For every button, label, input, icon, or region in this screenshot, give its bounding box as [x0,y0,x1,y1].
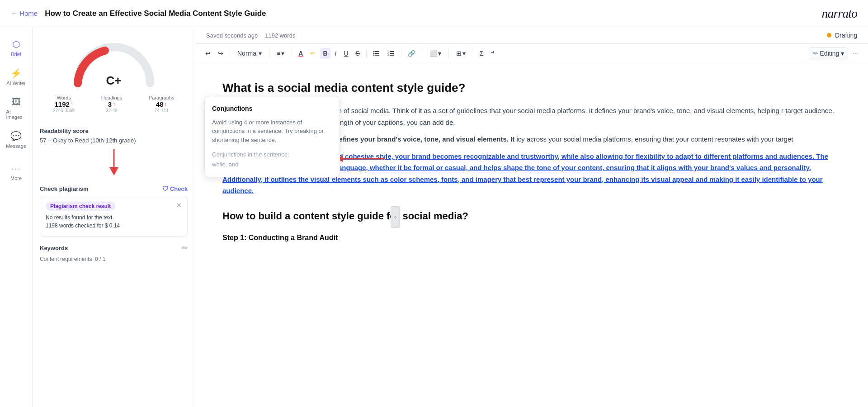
numbered-list-icon: 1.2.3. [387,50,395,57]
drafting-label: Drafting [835,32,857,39]
words-range: 2246-3369 [53,108,75,113]
topbar-left: Saved seconds ago 1192 words [206,32,295,39]
sidebar-item-message[interactable]: 💬 Message [3,126,30,153]
text-color-button[interactable]: A [296,48,306,59]
svg-rect-5 [375,53,379,54]
ai-images-label: AI Images [6,109,26,120]
editing-mode-button[interactable]: ✏ Editing ▾ [809,47,849,59]
keywords-edit-button[interactable]: ✏ [182,244,188,252]
paragraphs-arrow: ↑ [165,101,167,108]
editor-toolbar: ↩ ↪ Normal ▾ ≡ ▾ A ✏ B I U S 1.2 [195,44,868,63]
down-arrow-indicator [105,149,123,176]
toolbar-divider-2 [269,49,269,58]
headings-value: 3 ↑ [101,100,122,108]
paragraphs-label: Paragraphs [149,95,175,100]
italic-button[interactable]: I [332,48,340,59]
plagiarism-words-checked: 1198 words checked for $ 0.14 [46,222,182,229]
content-h3: Step 1: Conducting a Brand Audit [222,232,841,244]
undo-button[interactable]: ↩ [203,48,213,59]
image-icon: ⬜ [429,50,437,57]
conjunction-tooltip: Conjunctions Avoid using 4 or more insta… [204,96,340,177]
table-chevron-icon: ▾ [462,50,466,57]
svg-point-4 [373,53,374,54]
sidebar-item-more[interactable]: ··· More [3,155,30,185]
word-count: 1192 words [265,32,295,39]
collapse-sidebar-button[interactable]: ‹ [391,206,400,228]
header-left: ← Home How to Create an Effective Social… [11,9,266,18]
keywords-section: Keywords ✏ Content requirements 0 / 1 [40,244,188,262]
toolbar-divider-8 [473,49,473,58]
quote-button[interactable]: ❝ [488,48,497,59]
sidebar-item-brief[interactable]: ⬡ Brief [3,34,30,62]
words-stat: Words 1192 ↑ 2246-3369 [53,95,75,113]
svg-text:3.: 3. [387,53,389,56]
svg-rect-9 [390,51,394,52]
message-label: Message [6,143,26,149]
keywords-label: Keywords [40,245,68,251]
top-header: ← Home How to Create an Effective Social… [0,0,868,27]
plagiarism-label: Check plagiarism [40,185,89,192]
strikethrough-button[interactable]: S [353,48,363,59]
bold-button[interactable]: B [320,48,330,59]
editor-content[interactable]: Conjunctions Avoid using 4 or more insta… [195,63,868,407]
toolbar-divider-1 [230,49,230,58]
toolbar-divider-3 [292,49,292,58]
editor-topbar: Saved seconds ago 1192 words Drafting [195,27,868,44]
align-dropdown[interactable]: ≡ ▾ [273,48,288,59]
more-icon: ··· [11,163,21,174]
plagiarism-result-box: Plagiarism check result ✕ No results fou… [40,196,188,237]
sidebar-item-ai-images[interactable]: 🖼 AI Images [3,92,30,124]
plagiarism-check-button[interactable]: 🛡 Check [162,185,188,192]
plagiarism-close-button[interactable]: ✕ [176,202,182,209]
formula-button[interactable]: Σ [477,48,486,59]
sidebar-item-ai-writer[interactable]: ⚡ AI Writer [3,63,30,90]
message-icon: 💬 [10,131,22,142]
image-chevron-icon: ▾ [438,50,441,57]
more-options-button[interactable]: ··· [850,48,861,59]
link-button[interactable]: 🔗 [405,48,418,59]
readability-score-text: 57 – Okay to Read (10th-12th grade) [40,137,188,144]
plagiarism-section: Check plagiarism 🛡 Check [40,185,188,192]
pencil-icon: ✏ [813,50,818,57]
back-home-link[interactable]: ← Home [11,9,38,17]
bullet-list-button[interactable] [370,48,383,59]
text-style-label: Normal [237,50,258,57]
stats-row: Words 1192 ↑ 2246-3369 Headings 3 ↑ 32-4… [40,95,188,113]
ai-images-icon: 🖼 [12,97,21,107]
plagiarism-badge: Plagiarism check result [46,202,115,211]
table-dropdown[interactable]: ⊞ ▾ [453,48,469,59]
tooltip-body: Avoid using 4 or more instances of conju… [212,118,332,145]
words-arrow: ↑ [71,101,73,108]
headings-arrow: ↑ [113,101,115,108]
brief-icon: ⬡ [12,39,20,50]
headings-range: 32-49 [101,108,122,113]
plagiarism-result-header: Plagiarism check result ✕ [46,202,182,214]
words-label: Words [53,95,75,100]
bullet-list-icon [373,50,380,57]
words-value: 1192 ↑ [53,100,75,108]
image-dropdown[interactable]: ⬜ ▾ [426,48,445,59]
editing-chevron-icon: ▾ [841,50,844,57]
svg-point-2 [373,51,374,52]
paragraphs-value: 48 ↑ [149,100,175,108]
logo: narrato [821,6,857,21]
numbered-list-button[interactable]: 1.2.3. [385,48,397,59]
ai-writer-icon: ⚡ [10,68,22,79]
toolbar-divider-7 [448,49,449,58]
redo-button[interactable]: ↪ [215,48,226,59]
svg-rect-3 [375,51,379,52]
table-icon: ⊞ [456,50,462,57]
red-arrow [335,152,390,169]
text-style-dropdown[interactable]: Normal ▾ [234,48,265,59]
align-chevron-icon: ▾ [281,50,284,57]
highlight-button[interactable]: ✏ [307,48,318,59]
topbar-right: Drafting [827,32,857,39]
chevron-down-icon: ▾ [259,50,262,57]
toolbar-divider-6 [422,49,422,58]
tooltip-title: Conjunctions [212,104,332,114]
score-area: C+ Words 1192 ↑ 2246-3369 Headings 3 ↑ [40,34,188,120]
svg-rect-7 [375,55,379,56]
headings-stat: Headings 3 ↑ 32-49 [101,95,122,113]
svg-rect-13 [390,55,394,56]
underline-button[interactable]: U [341,48,351,59]
